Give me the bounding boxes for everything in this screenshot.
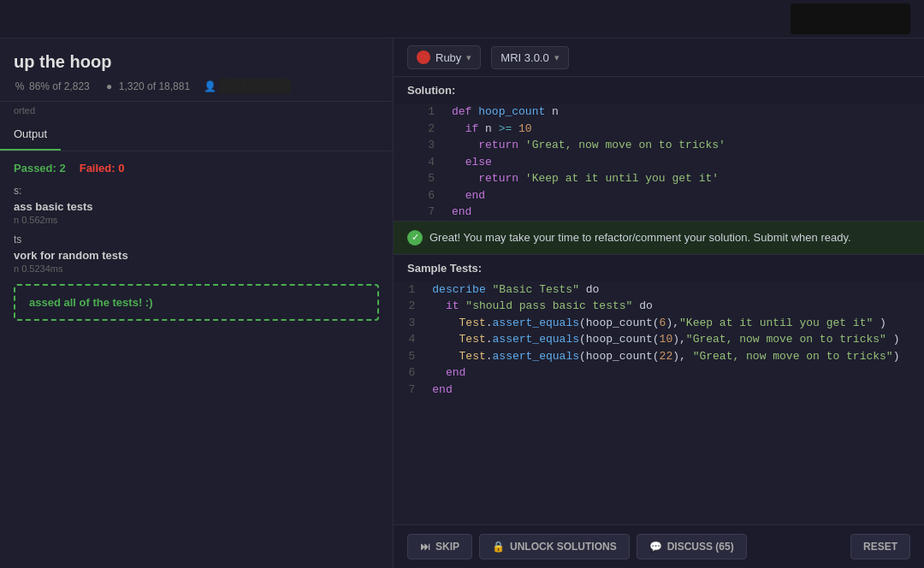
string-token: 'Keep at it until you get it' (518, 172, 719, 185)
test-section-2-duration: n 0.5234ms (14, 263, 379, 274)
table-row: 3 return 'Great, now move on to tricks' (394, 137, 924, 154)
plain-token: (hoop_count( (579, 317, 660, 329)
sample-tests-block: Sample Tests: 1describe "Basic Tests" do… (394, 255, 924, 525)
version-chevron-icon: ▾ (554, 52, 560, 63)
user-badge: ████████ (219, 79, 291, 94)
keyword-token: end (432, 383, 452, 396)
string-token: 'Great, now move on to tricks' (518, 139, 726, 151)
string-token: "Basic Tests" (486, 283, 579, 296)
reported-label: orted (0, 102, 393, 119)
plain-token: (hoop_count( (579, 350, 660, 363)
line-code: it "should pass basic tests" do (425, 298, 924, 315)
string-token: "Keep at it until you get it" (679, 317, 873, 329)
version-selector[interactable]: MRI 3.0.0 ▾ (491, 46, 568, 69)
line-number: 3 (394, 137, 445, 154)
plain-token: n (478, 122, 498, 135)
plain-token (452, 156, 465, 169)
line-number: 2 (394, 298, 425, 315)
top-bar-widget (791, 3, 910, 34)
string-token: "Great, now move on to tricks" (686, 333, 886, 346)
test-section-2-title: ts (14, 234, 379, 246)
discuss-button[interactable]: 💬 DISCUSS (65) (637, 534, 747, 559)
line-number: 7 (394, 204, 445, 221)
line-code: Test.assert_equals(hoop_count(6),"Keep a… (425, 315, 924, 332)
test-section-2-name: vork for random tests (14, 249, 379, 262)
language-chevron-icon: ▾ (466, 52, 471, 63)
tab-output[interactable]: Output (0, 119, 61, 151)
keyword-token: return (478, 172, 518, 185)
line-number: 4 (394, 154, 445, 171)
table-row: 4 Test.assert_equals(hoop_count(10),"Gre… (394, 331, 924, 348)
left-panel: up the hoop % 86% of 2,823 ● 1,320 of 18… (0, 38, 394, 568)
operator-token: >= (499, 122, 512, 135)
line-code: return 'Keep at it until you get it' (445, 170, 924, 187)
discuss-label: DISCUSS (65) (667, 541, 734, 553)
table-row: 1describe "Basic Tests" do (394, 281, 924, 299)
challenge-meta: % 86% of 2,823 ● 1,320 of 18,881 👤 █████… (14, 79, 379, 94)
completion-icon: % (14, 80, 26, 92)
function-token: assert_equals (493, 333, 579, 346)
plain-token (432, 317, 459, 329)
line-number: 1 (394, 104, 445, 121)
success-bar-message: Great! You may take your time to refacto… (429, 231, 851, 244)
tabs: Output (0, 119, 393, 151)
table-row: 3 Test.assert_equals(hoop_count(6),"Keep… (394, 315, 924, 332)
table-row: 1def hoop_count n (394, 104, 924, 121)
function-token: assert_equals (493, 317, 579, 329)
language-row: Ruby ▾ MRI 3.0.0 ▾ (394, 38, 924, 77)
lock-icon: 🔒 (492, 541, 505, 553)
passed-count: Passed: 2 (14, 162, 66, 175)
plain-token: . (486, 350, 493, 363)
keyword-token: return (478, 139, 518, 151)
keyword-token: if (465, 122, 479, 135)
table-row: 6 end (394, 364, 924, 382)
plain-token: ) (873, 317, 886, 329)
reset-button[interactable]: RESET (850, 534, 910, 559)
right-panel: Ruby ▾ MRI 3.0.0 ▾ Solution: 1def hoop_c… (394, 38, 924, 568)
user-icon: 👤 (204, 80, 216, 92)
plain-token: ) (893, 350, 900, 363)
line-code: end (425, 382, 924, 399)
sample-code-block: 1describe "Basic Tests" do2 it "should p… (394, 281, 924, 525)
success-message: assed all of the tests! :) (29, 296, 152, 309)
plain-token: . (486, 333, 493, 346)
string-token: "Great, now move on to tricks" (693, 350, 893, 363)
line-number: 6 (394, 364, 425, 382)
unlock-solutions-button[interactable]: 🔒 UNLOCK SOLUTIONS (479, 534, 630, 559)
language-selector[interactable]: Ruby ▾ (407, 45, 481, 69)
line-number: 1 (394, 281, 425, 299)
reset-label: RESET (863, 541, 897, 553)
plain-token (452, 122, 465, 135)
test-section-1: s: ass basic tests n 0.562ms (14, 185, 379, 225)
failed-count: Failed: 0 (80, 162, 125, 175)
line-code: if n >= 10 (445, 121, 924, 138)
plain-token: ), (666, 317, 679, 329)
plain-token: ), (672, 350, 692, 363)
solution-label: Solution: (394, 77, 924, 104)
language-name: Ruby (435, 51, 461, 64)
skip-button[interactable]: ⏭ SKIP (407, 534, 472, 559)
line-code: end (425, 364, 924, 382)
plain-token (432, 299, 446, 312)
unlock-label: UNLOCK SOLUTIONS (510, 541, 617, 553)
class-token: Test (459, 333, 486, 346)
string-token: "should pass basic tests" (459, 299, 633, 312)
line-code: end (445, 187, 924, 204)
table-row: 5 Test.assert_equals(hoop_count(22), "Gr… (394, 348, 924, 365)
solution-code-table: 1def hoop_count n2 if n >= 103 return 'G… (394, 104, 924, 221)
plain-token (452, 172, 478, 185)
completion-value: 86% of 2,823 (29, 80, 90, 92)
test-section-1-name: ass basic tests (14, 200, 379, 213)
completion-meta: % 86% of 2,823 (14, 80, 90, 92)
table-row: 4 else (394, 154, 924, 171)
line-code: return 'Great, now move on to tricks' (445, 137, 924, 154)
line-number: 5 (394, 170, 445, 187)
plain-token (432, 350, 459, 363)
test-section-1-duration: n 0.562ms (14, 215, 379, 225)
table-row: 6 end (394, 187, 924, 204)
line-number: 6 (394, 187, 445, 204)
line-code: Test.assert_equals(hoop_count(10),"Great… (425, 331, 924, 348)
line-code: end (445, 204, 924, 221)
sample-tests-label: Sample Tests: (394, 255, 924, 281)
line-code: def hoop_count n (445, 104, 924, 121)
